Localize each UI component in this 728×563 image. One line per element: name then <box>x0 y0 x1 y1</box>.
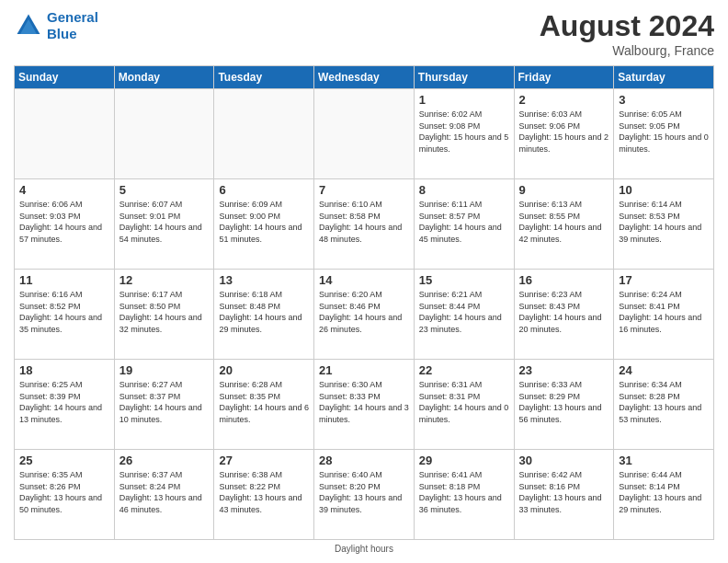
day-info: Sunrise: 6:24 AMSunset: 8:41 PMDaylight:… <box>619 289 709 335</box>
calendar-week-3: 11Sunrise: 6:16 AMSunset: 8:52 PMDayligh… <box>15 270 714 360</box>
calendar-cell: 12Sunrise: 6:17 AMSunset: 8:50 PMDayligh… <box>114 270 214 360</box>
day-info: Sunrise: 6:02 AMSunset: 9:08 PMDaylight:… <box>419 109 509 155</box>
calendar-cell: 7Sunrise: 6:10 AMSunset: 8:58 PMDaylight… <box>314 179 415 270</box>
day-info: Sunrise: 6:41 AMSunset: 8:18 PMDaylight:… <box>419 469 509 515</box>
day-info: Sunrise: 6:14 AMSunset: 8:53 PMDaylight:… <box>619 199 709 245</box>
day-info: Sunrise: 6:35 AMSunset: 8:26 PMDaylight:… <box>19 469 109 515</box>
calendar-cell: 23Sunrise: 6:33 AMSunset: 8:29 PMDayligh… <box>514 360 614 450</box>
weekday-header-saturday: Saturday <box>614 66 714 89</box>
day-number: 16 <box>519 273 609 287</box>
day-number: 30 <box>519 454 609 467</box>
calendar-week-5: 25Sunrise: 6:35 AMSunset: 8:26 PMDayligh… <box>15 450 714 540</box>
calendar-cell <box>314 89 415 179</box>
day-number: 14 <box>319 273 409 287</box>
calendar-cell: 10Sunrise: 6:14 AMSunset: 8:53 PMDayligh… <box>614 179 714 270</box>
day-info: Sunrise: 6:20 AMSunset: 8:46 PMDaylight:… <box>319 289 409 335</box>
calendar-cell: 26Sunrise: 6:37 AMSunset: 8:24 PMDayligh… <box>114 450 214 540</box>
day-number: 1 <box>419 93 509 107</box>
weekday-header-sunday: Sunday <box>15 66 115 89</box>
calendar-cell: 5Sunrise: 6:07 AMSunset: 9:01 PMDaylight… <box>114 179 214 270</box>
day-info: Sunrise: 6:23 AMSunset: 8:43 PMDaylight:… <box>519 289 609 335</box>
month-title: August 2024 <box>540 9 714 43</box>
calendar-cell: 22Sunrise: 6:31 AMSunset: 8:31 PMDayligh… <box>414 360 514 450</box>
calendar-header-row: SundayMondayTuesdayWednesdayThursdayFrid… <box>15 66 714 89</box>
calendar-cell: 2Sunrise: 6:03 AMSunset: 9:06 PMDaylight… <box>514 89 614 179</box>
day-number: 24 <box>619 363 709 377</box>
title-block: August 2024 Walbourg, France <box>540 9 714 58</box>
day-number: 31 <box>619 454 709 467</box>
weekday-header-tuesday: Tuesday <box>214 66 314 89</box>
calendar-cell: 29Sunrise: 6:41 AMSunset: 8:18 PMDayligh… <box>414 450 514 540</box>
day-info: Sunrise: 6:11 AMSunset: 8:57 PMDaylight:… <box>419 199 509 245</box>
calendar-cell: 6Sunrise: 6:09 AMSunset: 9:00 PMDaylight… <box>214 179 314 270</box>
calendar-cell: 18Sunrise: 6:25 AMSunset: 8:39 PMDayligh… <box>15 360 115 450</box>
day-info: Sunrise: 6:38 AMSunset: 8:22 PMDaylight:… <box>219 469 309 515</box>
footer-note: Daylight hours <box>14 544 714 554</box>
weekday-header-thursday: Thursday <box>414 66 514 89</box>
day-info: Sunrise: 6:30 AMSunset: 8:33 PMDaylight:… <box>319 379 409 425</box>
calendar-cell: 24Sunrise: 6:34 AMSunset: 8:28 PMDayligh… <box>614 360 714 450</box>
weekday-header-monday: Monday <box>114 66 214 89</box>
day-number: 4 <box>19 183 109 197</box>
calendar-week-4: 18Sunrise: 6:25 AMSunset: 8:39 PMDayligh… <box>15 360 714 450</box>
day-number: 19 <box>119 363 210 377</box>
calendar-cell <box>15 89 115 179</box>
logo-icon <box>14 11 43 40</box>
day-number: 6 <box>219 183 309 197</box>
calendar-cell: 9Sunrise: 6:13 AMSunset: 8:55 PMDaylight… <box>514 179 614 270</box>
calendar: SundayMondayTuesdayWednesdayThursdayFrid… <box>14 65 714 540</box>
day-number: 8 <box>419 183 509 197</box>
calendar-cell: 28Sunrise: 6:40 AMSunset: 8:20 PMDayligh… <box>314 450 415 540</box>
day-info: Sunrise: 6:09 AMSunset: 9:00 PMDaylight:… <box>219 199 309 245</box>
day-number: 28 <box>319 454 409 467</box>
day-number: 9 <box>519 183 609 197</box>
calendar-cell: 19Sunrise: 6:27 AMSunset: 8:37 PMDayligh… <box>114 360 214 450</box>
day-info: Sunrise: 6:28 AMSunset: 8:35 PMDaylight:… <box>219 379 309 425</box>
calendar-cell: 27Sunrise: 6:38 AMSunset: 8:22 PMDayligh… <box>214 450 314 540</box>
day-info: Sunrise: 6:42 AMSunset: 8:16 PMDaylight:… <box>519 469 609 515</box>
day-number: 29 <box>419 454 509 467</box>
day-info: Sunrise: 6:40 AMSunset: 8:20 PMDaylight:… <box>319 469 409 515</box>
day-number: 13 <box>219 273 309 287</box>
day-number: 18 <box>19 363 109 377</box>
day-info: Sunrise: 6:44 AMSunset: 8:14 PMDaylight:… <box>619 469 709 515</box>
day-number: 15 <box>419 273 509 287</box>
calendar-week-2: 4Sunrise: 6:06 AMSunset: 9:03 PMDaylight… <box>15 179 714 270</box>
calendar-cell <box>114 89 214 179</box>
day-number: 27 <box>219 454 309 467</box>
logo-line2: Blue <box>47 26 77 41</box>
calendar-cell: 17Sunrise: 6:24 AMSunset: 8:41 PMDayligh… <box>614 270 714 360</box>
calendar-cell: 11Sunrise: 6:16 AMSunset: 8:52 PMDayligh… <box>15 270 115 360</box>
day-info: Sunrise: 6:34 AMSunset: 8:28 PMDaylight:… <box>619 379 709 425</box>
day-number: 26 <box>119 454 210 467</box>
calendar-cell: 13Sunrise: 6:18 AMSunset: 8:48 PMDayligh… <box>214 270 314 360</box>
weekday-header-wednesday: Wednesday <box>314 66 415 89</box>
calendar-week-1: 1Sunrise: 6:02 AMSunset: 9:08 PMDaylight… <box>15 89 714 179</box>
day-number: 2 <box>519 93 609 107</box>
day-number: 5 <box>119 183 210 197</box>
calendar-cell: 8Sunrise: 6:11 AMSunset: 8:57 PMDaylight… <box>414 179 514 270</box>
day-info: Sunrise: 6:21 AMSunset: 8:44 PMDaylight:… <box>419 289 509 335</box>
header: General Blue August 2024 Walbourg, Franc… <box>14 9 714 58</box>
day-info: Sunrise: 6:37 AMSunset: 8:24 PMDaylight:… <box>119 469 210 515</box>
day-info: Sunrise: 6:03 AMSunset: 9:06 PMDaylight:… <box>519 109 609 155</box>
logo-text: General Blue <box>47 9 98 42</box>
day-number: 7 <box>319 183 409 197</box>
day-info: Sunrise: 6:18 AMSunset: 8:48 PMDaylight:… <box>219 289 309 335</box>
day-number: 17 <box>619 273 709 287</box>
location: Walbourg, France <box>540 43 714 58</box>
calendar-cell: 20Sunrise: 6:28 AMSunset: 8:35 PMDayligh… <box>214 360 314 450</box>
calendar-cell: 16Sunrise: 6:23 AMSunset: 8:43 PMDayligh… <box>514 270 614 360</box>
day-info: Sunrise: 6:16 AMSunset: 8:52 PMDaylight:… <box>19 289 109 335</box>
day-number: 12 <box>119 273 210 287</box>
day-number: 3 <box>619 93 709 107</box>
logo-line1: General <box>47 9 98 25</box>
daylight-hours-label: Daylight hours <box>335 544 393 554</box>
day-number: 21 <box>319 363 409 377</box>
day-info: Sunrise: 6:31 AMSunset: 8:31 PMDaylight:… <box>419 379 509 425</box>
day-number: 22 <box>419 363 509 377</box>
calendar-cell: 31Sunrise: 6:44 AMSunset: 8:14 PMDayligh… <box>614 450 714 540</box>
day-number: 10 <box>619 183 709 197</box>
calendar-cell: 25Sunrise: 6:35 AMSunset: 8:26 PMDayligh… <box>15 450 115 540</box>
day-number: 11 <box>19 273 109 287</box>
